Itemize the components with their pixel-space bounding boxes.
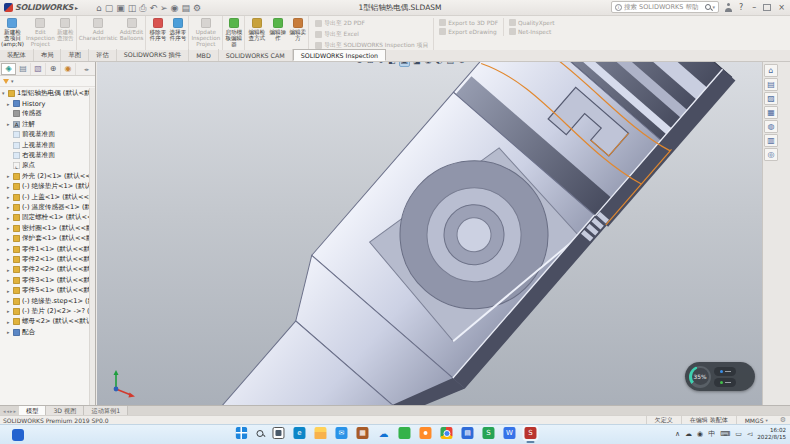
tree-item[interactable]: ▸ 零件3<1> (默认<<默认>_显示状 [0,275,89,285]
taskbar-app-icon[interactable]: W [503,427,515,439]
logo-expand-arrow-icon[interactable]: ▸ [75,4,78,11]
restore-button[interactable] [763,4,771,11]
tray-icon[interactable]: ◉ [697,429,703,439]
help-search-box[interactable]: i 搜索 SOLIDWORKS 帮助 ▾ [611,1,719,13]
task-pane-tab[interactable]: ▥ [764,134,778,147]
quick-access-button[interactable]: ➢ [160,3,168,13]
tree-scrollbar[interactable] [89,88,95,405]
task-pane-tab[interactable]: ▨ [764,92,778,105]
export-menu-item[interactable]: 导出至 Excel [315,30,428,39]
taskbar-app-icon[interactable] [272,427,284,439]
tray-icon[interactable]: ▭ [735,429,742,439]
widgets-icon[interactable] [12,429,24,441]
taskbar-app-icon[interactable]: ☁ [377,427,389,439]
tray-icon[interactable]: 中 [708,429,715,439]
export-menu-item[interactable]: 导出至 2D PDF [315,19,428,28]
taskbar-app-icon[interactable]: S [482,427,494,439]
taskbar-clock[interactable]: 16:02 2022/8/15 [757,427,786,440]
ribbon-button[interactable]: 新建检 查报告 [56,16,77,50]
task-pane-tab[interactable]: ◎ [764,148,778,161]
help-button[interactable]: ? [737,3,745,12]
commandmanager-tab[interactable]: 草图 [61,49,89,61]
headsup-icon[interactable]: ▣ [399,62,411,67]
tree-item[interactable]: ▸ (-) 温度传感器<1> (默认<<默认>_ [0,202,89,212]
ribbon-button[interactable]: Edit Inspection Project [25,16,56,50]
export-menu-item[interactable]: Export to 3D PDF [439,19,498,26]
tree-item[interactable]: ▸ 保护套<1> (默认<<默认>_显示状 [0,233,89,243]
ribbon-button[interactable]: Add/Edit Balloons [119,16,147,50]
ribbon-button[interactable]: 编辑操 作 [267,16,288,50]
commandmanager-tab[interactable]: 装配体 [0,49,34,61]
task-pane-tab[interactable]: ⌂ [764,64,778,77]
panel-tab[interactable]: ▤ [16,63,31,75]
quick-access-button[interactable]: ↶ [150,3,158,13]
solidworks-logo[interactable]: SOLIDWORKS ▸ [0,3,82,12]
taskbar-app-icon[interactable] [419,427,431,439]
quick-access-button[interactable]: ▣ [116,3,125,13]
tree-item[interactable]: 右视基准面 [0,150,89,160]
export-menu-item[interactable]: Net-Inspect [509,28,555,35]
ribbon-button[interactable]: 启动模 板编辑 器 [224,16,245,50]
close-button[interactable]: × [776,3,787,12]
panel-tab[interactable]: ⊕ [46,63,61,75]
commandmanager-tab[interactable]: MBD [189,49,219,61]
headsup-icon[interactable]: ◉ [424,62,433,66]
overlay-button-bottom[interactable] [714,378,736,387]
tree-root-item[interactable]: ▾ 1型铝轴热电偶 (默认<默认_显示状态-1 [0,88,89,98]
tree-item[interactable]: ▸ (-) 绝缘垫.step<1> (默认<<默认 [0,296,89,306]
task-pane-tab[interactable]: ▤ [764,78,778,91]
tree-item[interactable]: ⌞ 原点 [0,161,89,171]
commandmanager-tab[interactable]: 布局 [34,49,62,61]
headsup-icon[interactable]: ◐ [435,62,444,66]
tray-icon[interactable]: ◅ [747,429,752,439]
task-pane-tab[interactable]: ▦ [764,106,778,119]
tree-filter[interactable]: ▾ [0,76,95,87]
ribbon-button[interactable]: 编辑卖 方 [288,16,309,50]
overlay-button-top[interactable] [714,367,736,376]
panel-tab[interactable]: ▧ [31,63,46,75]
headsup-icon[interactable]: ◧ [387,62,397,66]
headsup-icon[interactable]: ▤ [446,62,456,66]
headsup-icon[interactable]: ⊞ [366,62,375,66]
tray-icon[interactable]: ∧ [675,429,680,439]
tree-item[interactable]: 上视基准面 [0,140,89,150]
ribbon-button[interactable]: 选择零 件序号 [168,16,189,50]
tray-icon[interactable]: ☁ [685,429,692,439]
commandmanager-tab[interactable]: SOLIDWORKS CAM [219,49,293,61]
headsup-icon[interactable]: ⚙ [457,62,466,66]
tab-scroll-icon[interactable]: ▸ [10,408,13,414]
export-menu-item[interactable]: QualityXpert [509,19,555,26]
ribbon-button[interactable]: 编辑检 查方式 [246,16,267,50]
tree-item[interactable]: 前视基准面 [0,130,89,140]
commandmanager-tab[interactable]: 评估 [89,49,117,61]
commandmanager-tab[interactable]: SOLIDWORKS 插件 [117,49,189,61]
commandmanager-tab[interactable]: SOLIDWORKS Inspection [293,49,386,61]
headsup-icon[interactable]: ↺ [376,62,385,66]
tab-scroll-icon[interactable]: ◂ [3,408,6,414]
taskbar-app-icon[interactable] [440,427,452,439]
quick-access-button[interactable]: ▤ [181,3,190,13]
headsup-icon[interactable]: ⊕ [355,62,364,66]
tree-item[interactable]: 传感器 [0,109,89,119]
user-account-icon[interactable] [724,3,732,12]
tree-item[interactable]: ▸ (-) 上盖<1> (默认<<默认>_显示状 [0,192,89,202]
recorder-overlay[interactable]: 35% [685,362,755,391]
tree-item[interactable]: ▸ 零件1<1> (默认<<默认>_显示状态 [0,244,89,254]
quick-access-button[interactable]: ⎙ [139,3,146,13]
ribbon-button[interactable]: Update Inspection Project [190,16,223,50]
tree-item[interactable]: ▸ History [0,98,89,108]
tab-scroll-icon[interactable]: ▸ [14,408,17,414]
export-menu-item[interactable]: Export eDrawing [439,28,498,35]
quick-access-button[interactable]: ⚙ [193,3,201,13]
panel-tab[interactable]: ◉ [61,63,76,75]
filter-caret-icon[interactable]: ▾ [11,78,14,84]
panel-tab-scroll-icon[interactable]: ◂▸ [82,66,89,72]
panel-tab[interactable]: ◈ [1,63,16,75]
ribbon-button[interactable]: 新建检 查项目 (amp;N) [0,16,25,50]
tree-item[interactable]: ▸ 固定螺栓<1> (默认<<默认>_显示 [0,213,89,223]
tree-item[interactable]: ▸ 螺母<2> (默认<<默认>_显示状态 [0,317,89,327]
taskbar-app-icon[interactable] [314,427,326,439]
taskbar-app-icon[interactable] [398,427,410,439]
tree-item[interactable]: ▸ A 注解 [0,119,89,129]
quick-access-button[interactable]: ◫ [128,3,137,13]
